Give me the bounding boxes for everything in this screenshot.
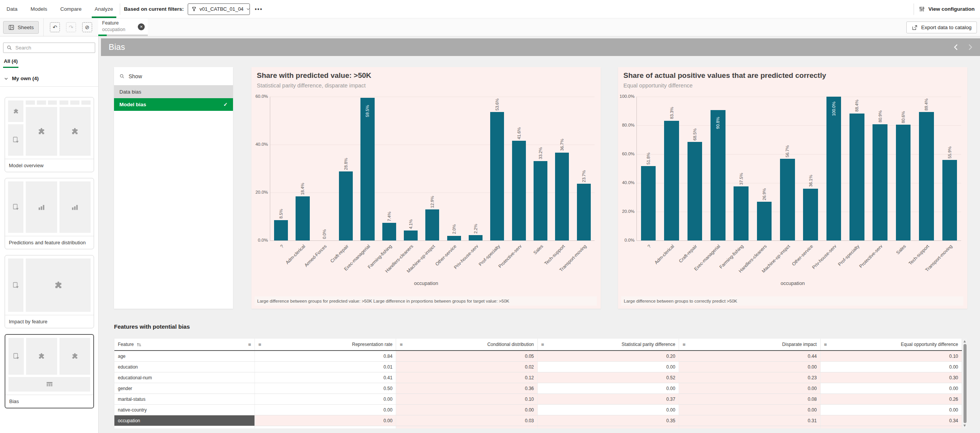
bar-priv-house-serv[interactable] [469, 235, 483, 240]
bar-protective-serv[interactable] [512, 141, 526, 240]
clear-selections-button[interactable]: ⊘ [82, 22, 92, 32]
bar-machine-op-inspct[interactable] [425, 209, 439, 240]
selection-chip-value: occupation [102, 27, 125, 32]
bar-handlers-cleaners[interactable] [404, 230, 418, 240]
column-header-feature[interactable]: Feature≡ [114, 339, 255, 350]
cell-value: 0.00 [255, 394, 396, 404]
bar-transport-moving[interactable] [577, 184, 591, 240]
redo-selection-button[interactable]: ↷ [66, 22, 76, 32]
check-icon: ✓ [223, 102, 228, 107]
bar-handlers-cleaners[interactable] [757, 202, 772, 240]
column-menu-icon[interactable]: ≡ [824, 342, 827, 347]
bar-exec-managerial[interactable] [360, 98, 374, 240]
cell-value: 0.30 [821, 372, 962, 383]
bar-exec-managerial[interactable] [711, 110, 725, 241]
sheet-thumbnail [5, 97, 94, 159]
bar-craft-repair[interactable] [339, 171, 353, 240]
cell-value [396, 426, 537, 428]
bar-tech-support[interactable] [919, 112, 934, 240]
scroll-up-icon[interactable] [963, 340, 966, 342]
bar-protective-serv[interactable] [873, 124, 887, 240]
tab-data[interactable]: Data [0, 0, 24, 18]
tab-all[interactable]: All (4) [3, 58, 18, 68]
cell-feature[interactable]: gender [114, 383, 255, 393]
show-list-item-model-bias[interactable]: Model bias✓ [114, 98, 233, 111]
table-scrollbar[interactable] [963, 339, 967, 428]
bar-adm-clerical[interactable] [296, 196, 309, 240]
cell-value: 0.00 [821, 405, 962, 415]
bar-slot-adm-clerical: 83.3% [660, 97, 683, 240]
puzzle-icon [26, 107, 57, 156]
sheet-card-model-overview[interactable]: Model overview [5, 97, 94, 172]
scrollbar-thumb[interactable] [963, 344, 967, 423]
column-menu-icon[interactable]: ≡ [683, 342, 686, 347]
tab-models[interactable]: Models [24, 0, 54, 18]
sheet-card-impact-by-feature[interactable]: Impact by feature [5, 255, 94, 328]
column-menu-icon[interactable]: ≡ [248, 342, 251, 347]
y-tick-label: 0.0% [252, 238, 268, 242]
cell-feature[interactable]: education [114, 362, 255, 372]
view-configuration-button[interactable]: View configuration [919, 6, 975, 12]
cell-feature[interactable]: native-country [114, 405, 255, 415]
bar-other-service[interactable] [447, 236, 461, 241]
tab-analyze[interactable]: Analyze [88, 0, 120, 18]
column-header-representation-rate[interactable]: ≡Representation rate [255, 339, 396, 350]
barchart-icon [59, 181, 91, 233]
more-options-button[interactable]: ••• [255, 6, 263, 12]
cell-value: 0.52 [538, 372, 679, 383]
bar-craft-repair[interactable] [687, 142, 702, 240]
bar-sales[interactable] [896, 125, 911, 240]
bar-other-service[interactable] [803, 189, 818, 240]
table-row-age: age0.840.050.200.440.10 [114, 351, 962, 362]
kpi-tile [48, 100, 57, 105]
bar-tech-support[interactable] [555, 153, 569, 240]
search-input[interactable] [15, 45, 92, 51]
puzzle-icon [59, 338, 91, 375]
previous-sheet-button[interactable] [952, 43, 960, 51]
cell-value: 0.10 [821, 351, 962, 361]
bar-[interactable] [641, 166, 656, 240]
undo-selection-button[interactable]: ↶ [50, 22, 60, 32]
cell-feature[interactable]: educational-num [114, 372, 255, 383]
bar-prof-specialty[interactable] [490, 112, 504, 240]
show-list-item-data-bias[interactable]: Data bias [114, 86, 233, 98]
export-catalog-button[interactable]: Export data to catalog [906, 21, 977, 33]
bias-table: Feature≡≡Representation rate≡Conditional… [114, 339, 962, 428]
selection-chip-feature[interactable]: Feature occupation × [98, 18, 148, 36]
tab-compare[interactable]: Compare [54, 0, 88, 18]
bar-prof-specialty[interactable] [849, 114, 864, 241]
bar-machine-op-inspct[interactable] [780, 159, 795, 240]
bar-farming-fishing[interactable] [734, 186, 749, 240]
sheet-card-bias[interactable]: Bias [5, 334, 94, 408]
bar-sales[interactable] [534, 161, 547, 241]
sheets-button[interactable]: Sheets [3, 21, 39, 34]
show-search-header[interactable]: Show [114, 67, 233, 86]
page-title: Bias [109, 42, 125, 52]
bar-[interactable] [274, 220, 288, 240]
bar-transport-moving[interactable] [942, 160, 957, 240]
column-menu-icon[interactable]: ≡ [400, 342, 403, 347]
bar-priv-house-serv[interactable] [826, 97, 841, 240]
cell-feature[interactable]: age [114, 351, 255, 361]
section-my-own[interactable]: My own (4) [4, 76, 39, 81]
column-header-disparate-impact[interactable]: ≡Disparate impact [679, 339, 820, 350]
scroll-down-icon[interactable] [963, 425, 966, 427]
chart-panel-predicted-share: Share with predicted value: >50K Statist… [251, 67, 601, 309]
cell-feature[interactable]: occupation [114, 415, 255, 426]
y-tick-label: 20.0% [618, 209, 635, 214]
column-header-conditional-distribution[interactable]: ≡Conditional distribution [396, 339, 537, 350]
column-menu-icon[interactable]: ≡ [258, 342, 261, 347]
cell-feature[interactable]: marital-status [114, 394, 255, 404]
bar-farming-fishing[interactable] [382, 223, 396, 240]
bar-slot-handlers-cleaners: 4.1% [400, 97, 421, 240]
close-icon[interactable]: × [138, 23, 145, 30]
bar-adm-clerical[interactable] [664, 121, 679, 240]
column-header-equal-opportunity-difference[interactable]: ≡Equal opportunity difference [821, 339, 962, 350]
sheet-card-predictions-and-feature-distribution[interactable]: Predictions and feature distribution [5, 178, 94, 249]
divider [0, 86, 98, 87]
next-sheet-button[interactable] [966, 43, 974, 51]
cell-value: 0.08 [679, 394, 820, 404]
column-menu-icon[interactable]: ≡ [541, 342, 544, 347]
column-header-statistical-parity-difference[interactable]: ≡Statistical parity difference [538, 339, 679, 350]
model-filter-dropdown[interactable]: v01_CATBC_01_04 [188, 3, 250, 15]
